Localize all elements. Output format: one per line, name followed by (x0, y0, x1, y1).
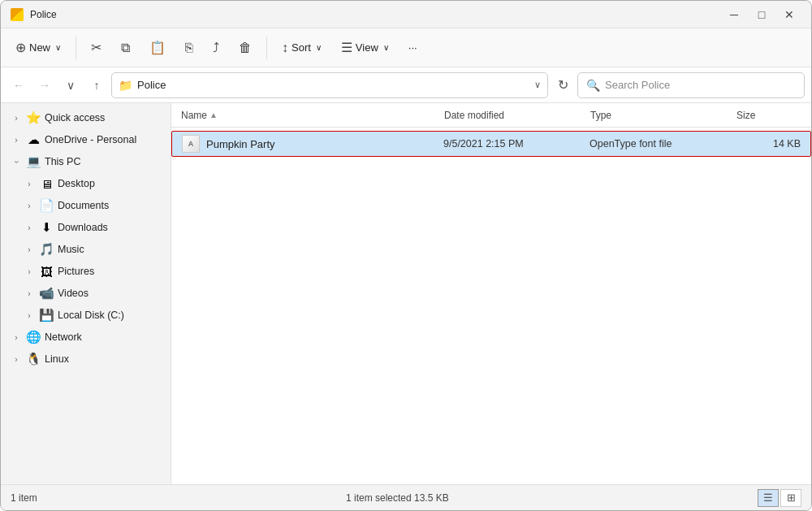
delete-button[interactable]: 🗑 (231, 33, 260, 63)
sort-arrow-icon: ▲ (209, 110, 218, 119)
col-header-size: Size (736, 110, 801, 121)
window-icon (11, 8, 24, 21)
toolbar-divider-2 (266, 37, 267, 59)
close-button[interactable]: ✕ (777, 6, 801, 24)
sidebar-label: Downloads (58, 222, 108, 233)
address-box[interactable]: 📁 Police ∨ (111, 72, 548, 98)
back-button[interactable]: ← (7, 74, 30, 97)
pictures-icon: 🖼 (38, 265, 54, 279)
view-details-button[interactable]: ☰ (758, 489, 779, 507)
column-headers: Name ▲ Date modified Type Size (171, 103, 811, 128)
view-tiles-button[interactable]: ⊞ (780, 489, 801, 507)
paste-icon: 📋 (149, 40, 166, 55)
main-area: › ⭐ Quick access › ☁ OneDrive - Personal… (1, 103, 811, 484)
address-bar-row: ← → ∨ ↑ 📁 Police ∨ ↻ 🔍 Search Police (1, 67, 811, 103)
network-icon: 🌐 (25, 330, 41, 344)
expand-icon: › (11, 333, 22, 342)
search-box[interactable]: 🔍 Search Police (577, 72, 805, 98)
sidebar-label: Desktop (58, 178, 95, 189)
sidebar-label: OneDrive - Personal (45, 134, 136, 145)
view-label: View (356, 41, 378, 54)
table-row[interactable]: A Pumpkin Party 9/5/2021 2:15 PM OpenTyp… (171, 131, 811, 157)
sort-icon: ↕ (282, 41, 288, 55)
expand-icon: › (11, 114, 22, 123)
quick-access-icon: ⭐ (25, 110, 41, 125)
expand-icon: › (24, 289, 35, 298)
expand-icon: › (24, 223, 35, 232)
expand-icon: › (24, 245, 35, 254)
col-header-type: Type (590, 110, 736, 121)
file-type: OpenType font file (590, 138, 736, 149)
paste-button[interactable]: 📋 (141, 33, 174, 63)
up-button[interactable]: ↑ (85, 74, 108, 97)
expand-icon: › (11, 136, 22, 145)
sidebar-item-pictures[interactable]: › 🖼 Pictures (4, 261, 167, 282)
sidebar-item-music[interactable]: › 🎵 Music (4, 239, 167, 260)
share-button[interactable]: ⤴ (205, 33, 227, 63)
expand-icon: › (24, 180, 35, 188)
search-icon: 🔍 (586, 79, 600, 92)
title-bar: Police ─ □ ✕ (1, 1, 811, 28)
title-bar-left: Police (11, 8, 57, 21)
sidebar: › ⭐ Quick access › ☁ OneDrive - Personal… (1, 103, 171, 484)
expand-icon: › (24, 311, 35, 320)
expand-icon: › (24, 267, 35, 276)
toolbar: ⊕ New ∨ ✂ ⧉ 📋 ⎘ ⤴ 🗑 ↕ Sort ∨ ☰ View ∨ ··… (1, 28, 811, 67)
cut-icon: ✂ (91, 40, 102, 55)
content-area: Name ▲ Date modified Type Size A Pumpkin… (171, 103, 811, 484)
toolbar-divider-1 (76, 37, 76, 59)
status-count: 1 item (11, 492, 37, 504)
file-list: A Pumpkin Party 9/5/2021 2:15 PM OpenTyp… (171, 128, 811, 484)
desktop-icon: 🖥 (38, 177, 54, 191)
copy-button[interactable]: ⧉ (113, 33, 138, 63)
expand-icon: › (12, 156, 21, 167)
expand-icon: › (11, 355, 22, 364)
view-button[interactable]: ☰ View ∨ (333, 33, 397, 63)
new-button[interactable]: ⊕ New ∨ (7, 33, 69, 63)
new-label: New (29, 41, 50, 54)
cut-button[interactable]: ✂ (83, 33, 110, 63)
col-header-date: Date modified (444, 110, 590, 121)
new-icon: ⊕ (15, 40, 26, 55)
maximize-button[interactable]: □ (749, 6, 774, 24)
status-bar: 1 item 1 item selected 13.5 KB ☰ ⊞ (1, 484, 811, 510)
forward-button[interactable]: → (33, 74, 56, 97)
sort-chevron: ∨ (316, 43, 322, 52)
search-placeholder: Search Police (605, 79, 670, 91)
sidebar-item-quick-access[interactable]: › ⭐ Quick access (4, 107, 167, 128)
sidebar-label: Videos (58, 288, 89, 299)
sidebar-label: Music (58, 244, 84, 255)
sidebar-label: Documents (58, 200, 109, 211)
view-toggle: ☰ ⊞ (758, 489, 801, 507)
refresh-button[interactable]: ↻ (551, 74, 574, 97)
more-button[interactable]: ··· (400, 33, 425, 63)
sidebar-item-thispc[interactable]: › 💻 This PC (4, 151, 167, 172)
col-header-name: Name ▲ (181, 110, 444, 121)
sidebar-item-localdisk[interactable]: › 💾 Local Disk (C:) (4, 305, 167, 326)
window-title: Police (30, 9, 57, 20)
file-name-cell: A Pumpkin Party (182, 135, 443, 153)
new-chevron: ∨ (55, 43, 61, 52)
onedrive-icon: ☁ (25, 132, 41, 147)
sort-button[interactable]: ↕ Sort ∨ (274, 33, 330, 63)
sidebar-item-onedrive[interactable]: › ☁ OneDrive - Personal (4, 129, 167, 150)
recent-locations-button[interactable]: ∨ (59, 74, 82, 97)
expand-icon: › (24, 201, 35, 210)
view-chevron: ∨ (383, 43, 389, 52)
linux-icon: 🐧 (25, 352, 41, 366)
minimize-button[interactable]: ─ (722, 6, 746, 24)
file-date: 9/5/2021 2:15 PM (443, 138, 590, 149)
sidebar-item-documents[interactable]: › 📄 Documents (4, 195, 167, 216)
sort-label: Sort (292, 41, 311, 54)
sidebar-item-network[interactable]: › 🌐 Network (4, 327, 167, 348)
rename-button[interactable]: ⎘ (177, 33, 201, 63)
sidebar-label: Linux (45, 353, 69, 365)
sidebar-item-videos[interactable]: › 📹 Videos (4, 283, 167, 304)
more-label: ··· (408, 41, 417, 54)
status-selected: 1 item selected 13.5 KB (346, 492, 449, 504)
address-dropdown-icon: ∨ (534, 80, 541, 90)
sidebar-item-downloads[interactable]: › ⬇ Downloads (4, 217, 167, 238)
sidebar-item-linux[interactable]: › 🐧 Linux (4, 349, 167, 370)
sidebar-item-desktop[interactable]: › 🖥 Desktop (4, 173, 167, 194)
videos-icon: 📹 (38, 286, 54, 301)
